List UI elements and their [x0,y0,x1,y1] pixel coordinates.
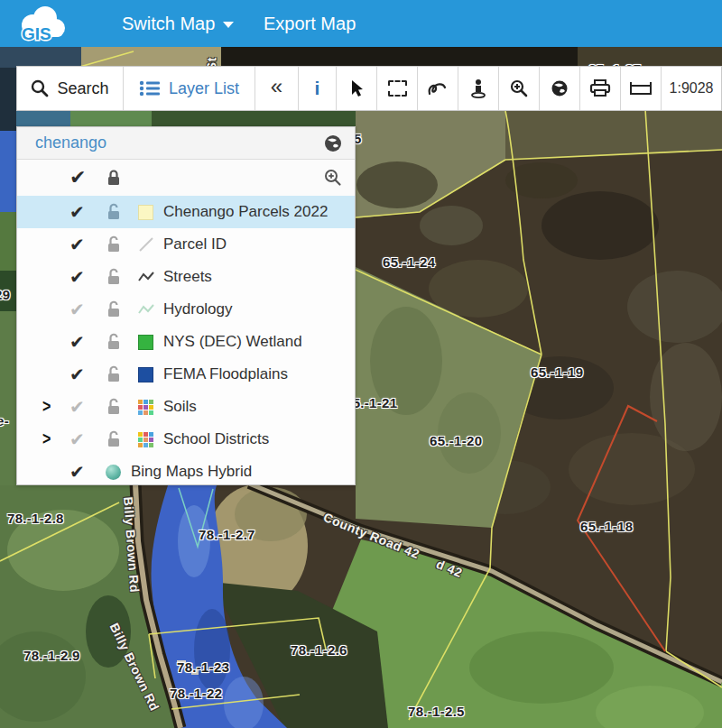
lock-closed-icon[interactable] [106,169,122,187]
layer-list-panel: chenango ✔ ✔ Chenango Parcels 2022 [16,126,356,485]
zoom-in-icon [510,79,528,97]
toggle-all-check-icon[interactable]: ✔ [69,166,86,189]
layer-row-hydrology[interactable]: ✔ Hydrology [17,293,355,326]
collapse-icon: « [271,74,282,99]
layer-swatch-wetland [138,335,153,350]
switch-map-label: Switch Map [122,14,215,34]
visibility-check-icon[interactable]: ✔ [69,331,85,353]
layer-row-bing-maps-hybrid[interactable]: ✔ Bing Maps Hybrid [17,456,355,488]
visibility-check-icon[interactable]: ✔ [69,234,85,255]
layer-label: Soils [163,398,197,416]
layer-swatch-diagonal-line [138,236,154,253]
parcel-label: 65.-1-20 [430,433,482,448]
parcel-label: 65.-1-24 [383,254,435,270]
scale-value: 1:9028 [670,80,714,97]
layer-swatch-street-line [138,269,154,285]
rectangle-select-tool-button[interactable] [377,67,418,110]
layer-swatch-floodplain [138,367,153,382]
search-label: Search [57,79,108,98]
map-scale-indicator[interactable]: 1:9028 [662,67,721,110]
parcel-label: 78.-1-2.8 [7,511,64,526]
parcel-label: 78.-1-22 [170,686,222,701]
lock-open-icon[interactable] [106,398,122,416]
visibility-check-icon[interactable]: ✔ [69,201,85,223]
lock-open-icon[interactable] [106,365,122,383]
freehand-draw-icon [427,79,449,97]
expand-chevron-icon[interactable]: > [21,429,46,450]
parcel-label: 29 [0,287,10,302]
parcel-label: 65.-1-18 [580,519,633,534]
visibility-check-icon[interactable]: ✔ [69,429,85,450]
visibility-check-icon[interactable]: ✔ [69,266,85,288]
layer-row-fema-floodplains[interactable]: ✔ FEMA Floodplains [17,358,355,391]
parcel-label: 78.-1-2.7 [199,527,255,542]
lock-open-icon[interactable] [106,268,122,286]
layer-list-icon [139,79,161,97]
print-button[interactable] [580,67,621,110]
layer-label: Hydrology [163,300,233,318]
layer-label: School Districts [163,430,269,448]
measure-icon [629,80,653,97]
zoom-in-tool-button[interactable] [499,67,540,110]
layer-row-nys-dec-wetland[interactable]: ✔ NYS (DEC) Wetland [17,326,355,358]
lock-open-icon[interactable] [106,203,122,221]
parcel-label: 78.-1-2.5 [408,704,465,719]
search-button[interactable]: Search [17,67,124,110]
parcel-label: 78.-1-23 [177,659,229,675]
layer-label: Chenango Parcels 2022 [163,203,328,221]
layer-row-school-districts[interactable]: > ✔ School Districts [17,423,355,456]
info-tab-button[interactable]: i [299,67,337,110]
info-icon: i [315,78,320,99]
lock-open-icon[interactable] [106,300,122,318]
parcel-label: e- [0,413,9,429]
street-view-icon [469,78,487,98]
collapse-toolbar-button[interactable]: « [255,67,299,110]
chevron-down-icon [223,22,234,28]
world-extent-button[interactable] [540,67,580,110]
print-icon [589,79,611,97]
lock-open-icon[interactable] [106,235,122,253]
layer-label: Bing Maps Hybrid [131,463,252,481]
layer-label: Streets [163,268,212,286]
pointer-tool-button[interactable] [337,67,377,110]
layer-label: NYS (DEC) Wetland [163,333,302,351]
layer-swatch-parcel [138,205,153,220]
layer-panel-tools-row: ✔ [17,160,355,196]
layer-swatch-soils-grid [138,400,153,415]
visibility-check-icon[interactable]: ✔ [69,364,85,385]
svg-text:GIS: GIS [22,24,51,43]
layer-panel-header: chenango [17,127,355,160]
map-toolbar: Search Layer List « i [16,66,722,111]
globe-icon[interactable] [324,134,342,152]
layer-row-parcel-id[interactable]: ✔ Parcel ID [17,228,355,261]
globe-icon [551,79,569,97]
street-view-tool-button[interactable] [458,67,499,110]
visibility-check-icon[interactable]: ✔ [69,299,85,320]
lock-open-icon[interactable] [106,333,122,351]
search-icon [31,79,49,97]
app-header: GIS Switch Map Export Map [0,0,722,47]
parcel-label: 78.-1-2.6 [291,642,347,658]
layer-panel-title: chenango [35,134,324,152]
layer-label: FEMA Floodplains [163,365,288,383]
visibility-check-icon[interactable]: ✔ [69,396,85,418]
lock-open-icon[interactable] [106,430,122,448]
basemap-globe-icon [106,465,121,480]
layer-row-soils[interactable]: > ✔ Soils [17,391,355,423]
switch-map-menu[interactable]: Switch Map [122,0,234,47]
layer-list-label: Layer List [169,79,239,98]
expand-chevron-icon[interactable]: > [21,397,46,418]
export-map-button[interactable]: Export Map [264,0,356,47]
layer-list-button[interactable]: Layer List [124,67,255,110]
rectangle-select-icon [388,80,407,97]
parcel-label: 78.-1-2.9 [23,648,80,663]
measure-tool-button[interactable] [621,67,662,110]
layer-swatch-districts-grid [138,432,153,447]
export-map-label: Export Map [264,14,356,34]
visibility-check-icon[interactable]: ✔ [69,461,85,483]
layer-row-streets[interactable]: ✔ Streets [17,261,355,293]
layer-row-chenango-parcels[interactable]: ✔ Chenango Parcels 2022 [17,196,355,228]
zoom-to-icon[interactable] [324,169,342,187]
freehand-draw-tool-button[interactable] [418,67,458,110]
parcel-label: 65.-1-19 [531,364,583,380]
